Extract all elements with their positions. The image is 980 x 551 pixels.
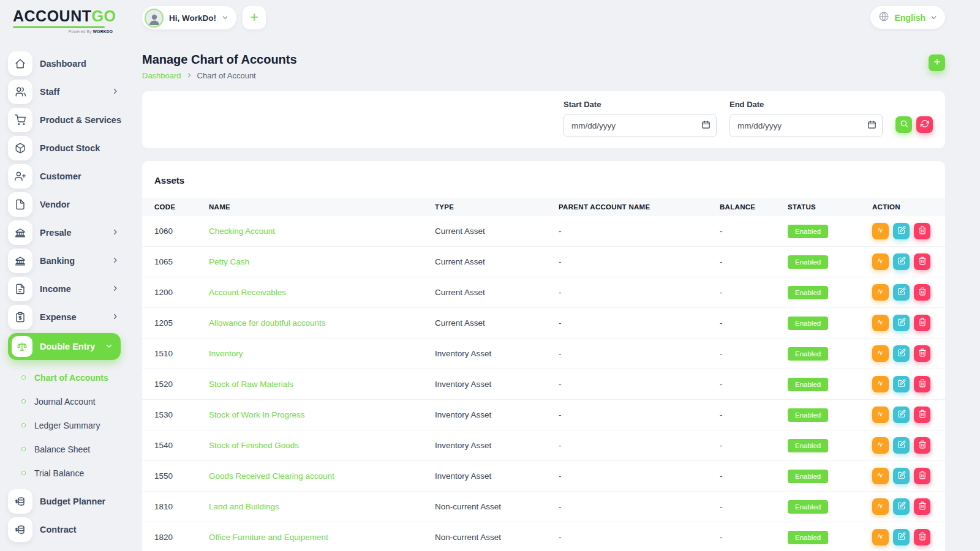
delete-button[interactable] bbox=[914, 376, 930, 392]
transactions-button[interactable] bbox=[872, 468, 889, 484]
edit-button[interactable] bbox=[893, 345, 910, 362]
edit-icon bbox=[897, 501, 906, 512]
delete-button[interactable] bbox=[914, 253, 930, 270]
edit-button[interactable] bbox=[893, 284, 910, 301]
table-row: 1810 Land and Buildings Non-current Asse… bbox=[142, 492, 945, 522]
activity-wave-icon bbox=[876, 440, 885, 451]
col-type: TYPE bbox=[435, 198, 559, 216]
breadcrumb-dashboard-link[interactable]: Dashboard bbox=[142, 71, 181, 80]
sidebar-item-customer[interactable]: Customer bbox=[8, 162, 130, 190]
sidebar-item-contract[interactable]: Contract bbox=[8, 515, 130, 544]
sidebar-item-double-entry[interactable]: Double Entry bbox=[8, 333, 121, 360]
status-badge: Enabled bbox=[788, 347, 828, 361]
account-name-link[interactable]: Stock of Finished Goods bbox=[209, 441, 299, 450]
sidebar-item-vendor[interactable]: Vendor bbox=[8, 190, 130, 219]
end-date-input[interactable] bbox=[729, 114, 883, 137]
start-date-input[interactable] bbox=[564, 114, 717, 137]
app-logo[interactable]: ACCOUNTGO Powered By WORKDO bbox=[8, 9, 130, 34]
edit-button[interactable] bbox=[893, 407, 910, 423]
delete-button[interactable] bbox=[914, 529, 930, 545]
edit-button[interactable] bbox=[893, 253, 910, 270]
reset-filter-button[interactable] bbox=[916, 116, 933, 133]
transactions-button[interactable] bbox=[872, 437, 889, 454]
account-type: Inventory Asset bbox=[435, 339, 559, 369]
submenu-journal-account[interactable]: Journal Account bbox=[8, 389, 130, 413]
transactions-button[interactable] bbox=[872, 407, 889, 423]
transactions-button[interactable] bbox=[872, 223, 889, 239]
quick-add-button[interactable] bbox=[243, 6, 266, 29]
account-name-link[interactable]: Office Furniture and Equipement bbox=[209, 533, 328, 542]
transactions-button[interactable] bbox=[872, 253, 889, 270]
account-name-link[interactable]: Land and Buildings bbox=[209, 502, 279, 511]
apply-filter-button[interactable] bbox=[895, 116, 912, 133]
trash-icon bbox=[918, 257, 927, 267]
account-balance: - bbox=[720, 461, 788, 492]
delete-button[interactable] bbox=[914, 284, 930, 301]
col-name: NAME bbox=[209, 198, 435, 216]
transactions-button[interactable] bbox=[872, 315, 889, 331]
sidebar-item-product-stock[interactable]: Product Stock bbox=[8, 134, 130, 162]
account-name-link[interactable]: Allowance for doubtful accounts bbox=[209, 318, 326, 328]
sidebar-item-expense[interactable]: Expense bbox=[8, 303, 130, 331]
transactions-button[interactable] bbox=[872, 529, 889, 545]
account-name-link[interactable]: Stock of Work In Progress bbox=[209, 410, 305, 419]
activity-wave-icon bbox=[876, 471, 885, 481]
transactions-button[interactable] bbox=[872, 498, 889, 515]
table-row: 1205 Allowance for doubtful accounts Cur… bbox=[142, 308, 945, 339]
account-name-link[interactable]: Petty Cash bbox=[209, 257, 249, 266]
col-parent: PARENT ACCOUNT NAME bbox=[559, 198, 720, 216]
page-title: Manage Chart of Accounts bbox=[142, 53, 297, 67]
activity-wave-icon bbox=[876, 287, 885, 298]
edit-icon bbox=[897, 287, 906, 298]
account-balance: - bbox=[720, 430, 788, 461]
delete-button[interactable] bbox=[914, 498, 930, 515]
account-name-link[interactable]: Stock of Raw Materials bbox=[209, 380, 293, 389]
delete-button[interactable] bbox=[914, 407, 930, 423]
coins-dollar-icon bbox=[8, 517, 32, 542]
sidebar-item-presale[interactable]: Presale bbox=[8, 219, 130, 247]
account-name-link[interactable]: Inventory bbox=[209, 349, 243, 358]
edit-button[interactable] bbox=[893, 529, 910, 545]
table-header-row: CODE NAME TYPE PARENT ACCOUNT NAME BALAN… bbox=[142, 198, 945, 216]
edit-button[interactable] bbox=[893, 468, 910, 484]
edit-icon bbox=[897, 348, 906, 359]
sidebar-item-dashboard[interactable]: Dashboard bbox=[8, 50, 130, 78]
sidebar-item-income[interactable]: Income bbox=[8, 275, 130, 303]
account-type: Inventory Asset bbox=[435, 461, 559, 492]
account-code: 1810 bbox=[142, 492, 209, 522]
edit-button[interactable] bbox=[893, 376, 910, 392]
home-icon bbox=[8, 51, 32, 76]
account-name-link[interactable]: Account Receivables bbox=[209, 288, 286, 297]
submenu-ledger-summary[interactable]: Ledger Summary bbox=[8, 413, 130, 437]
account-type: Non-current Asset bbox=[435, 522, 559, 551]
edit-button[interactable] bbox=[893, 315, 910, 331]
edit-button[interactable] bbox=[893, 223, 910, 239]
submenu-balance-sheet[interactable]: Balance Sheet bbox=[8, 437, 130, 461]
transactions-button[interactable] bbox=[872, 345, 889, 362]
language-selector[interactable]: English bbox=[870, 6, 945, 29]
edit-button[interactable] bbox=[893, 498, 910, 515]
submenu-trial-balance[interactable]: Trial Balance bbox=[8, 461, 130, 485]
delete-button[interactable] bbox=[914, 315, 930, 331]
delete-button[interactable] bbox=[914, 468, 930, 484]
delete-button[interactable] bbox=[914, 437, 930, 454]
sidebar-item-staff[interactable]: Staff bbox=[8, 78, 130, 106]
user-menu[interactable]: Hi, WorkDo! bbox=[142, 6, 236, 29]
col-action: ACTION bbox=[872, 198, 945, 216]
edit-button[interactable] bbox=[893, 437, 910, 454]
account-name-link[interactable]: Checking Account bbox=[209, 227, 275, 236]
chevron-down-icon bbox=[930, 12, 937, 23]
account-code: 1510 bbox=[142, 339, 209, 369]
account-parent: - bbox=[559, 247, 720, 277]
create-account-button[interactable] bbox=[929, 54, 945, 71]
sidebar-item-budget-planner[interactable]: Budget Planner bbox=[8, 487, 130, 515]
delete-button[interactable] bbox=[914, 345, 930, 362]
account-name-link[interactable]: Goods Received Clearing account bbox=[209, 471, 334, 481]
delete-button[interactable] bbox=[914, 223, 930, 239]
transactions-button[interactable] bbox=[872, 284, 889, 301]
transactions-button[interactable] bbox=[872, 376, 889, 392]
submenu-chart-of-accounts[interactable]: Chart of Accounts bbox=[8, 365, 130, 389]
edit-icon bbox=[897, 532, 906, 542]
sidebar-item-product-services[interactable]: Product & Services bbox=[8, 106, 130, 134]
sidebar-item-banking[interactable]: Banking bbox=[8, 247, 130, 275]
